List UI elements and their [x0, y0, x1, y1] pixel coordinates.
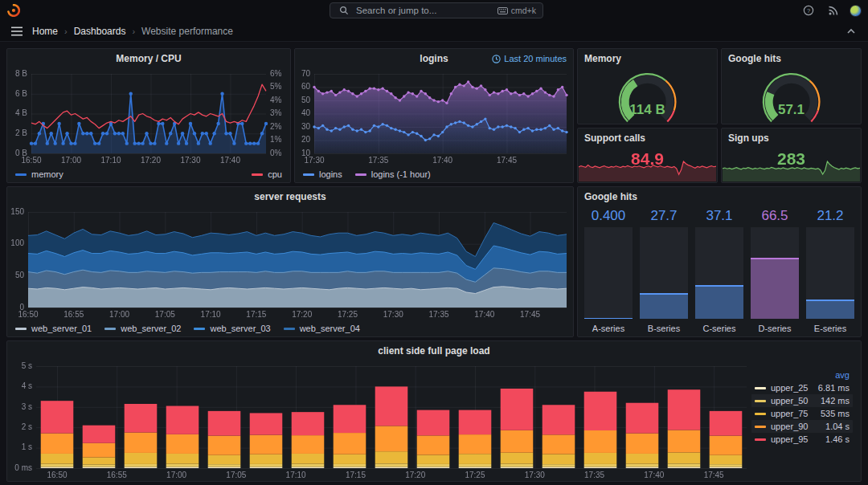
legend-item-memory[interactable]: memory — [15, 169, 63, 179]
legend-swatch — [252, 173, 263, 176]
client-load-chart[interactable] — [7, 361, 751, 481]
keyboard-icon — [497, 7, 508, 14]
dashboard-grid: Memory / CPU memory cpu logins — [0, 42, 868, 485]
legend-swatch — [194, 328, 205, 330]
panel-google-hits-bars: Google hits 0.400 A-series 27.7 B-series… — [577, 186, 862, 337]
clock-icon — [492, 55, 501, 63]
bar-gauge-value: 37.1 — [695, 208, 743, 227]
svg-text:?: ? — [807, 7, 810, 14]
bar-gauge-label: E-series — [806, 319, 854, 333]
client-load-legend: avg upper_25 6.81 ms upper_50 142 ms upp… — [751, 361, 861, 481]
logins-chart[interactable] — [295, 68, 573, 166]
memory-gauge: 114 B — [578, 68, 717, 124]
google-hits-gauge: 57.1 — [722, 68, 861, 124]
bar-gauge-track — [806, 227, 854, 319]
panel-title[interactable]: Memory — [578, 49, 717, 68]
bar-gauge-value: 21.2 — [806, 208, 854, 227]
legend-swatch — [303, 173, 314, 176]
legend-swatch — [15, 173, 27, 176]
gauge-value: 57.1 — [722, 102, 861, 118]
legend-item-upper-95[interactable]: upper_95 1.46 s — [751, 433, 853, 446]
legend-item-web-server-04[interactable]: web_server_04 — [284, 324, 360, 333]
bar-gauge-label: A-series — [584, 319, 633, 333]
breadcrumb-home[interactable]: Home — [32, 26, 58, 37]
legend-swatch — [755, 400, 766, 402]
top-nav: Search or jump to... cmd+k ? — [0, 0, 868, 21]
breadcrumb-current: Website performance — [141, 26, 233, 37]
legend-swatch — [104, 328, 116, 330]
panel-title[interactable]: Support calls — [578, 128, 717, 148]
legend-item-upper-50[interactable]: upper_50 142 ms — [751, 394, 853, 407]
breadcrumb: Home › Dashboards › Website performance — [32, 26, 233, 37]
panel-title[interactable]: Memory / CPU — [7, 49, 290, 68]
grafana-screen: Search or jump to... cmd+k ? Home › Dash… — [0, 0, 868, 485]
legend-item-web-server-03[interactable]: web_server_03 — [194, 324, 270, 333]
gauge-value: 114 B — [578, 102, 717, 118]
legend-item-web-server-02[interactable]: web_server_02 — [104, 324, 181, 333]
help-icon[interactable]: ? — [801, 3, 816, 18]
bar-gauge-label: D-series — [751, 319, 799, 333]
user-avatar[interactable] — [850, 5, 862, 17]
menu-hamburger-icon[interactable] — [10, 24, 24, 39]
chevron-right-icon: › — [64, 26, 68, 36]
bar-gauge-col-a[interactable]: 0.400 A-series — [584, 208, 633, 333]
bar-gauge-col-b[interactable]: 27.7 B-series — [640, 208, 688, 333]
time-range-link[interactable]: Last 20 minutes — [492, 49, 567, 68]
bar-gauge-col-d[interactable]: 66.5 D-series — [751, 208, 799, 333]
legend-item-upper-90[interactable]: upper_90 1.04 s — [751, 420, 853, 433]
bar-gauge-track — [695, 227, 743, 319]
breadcrumb-bar: Home › Dashboards › Website performance — [0, 21, 868, 42]
legend-swatch — [755, 387, 766, 389]
bar-gauge-track — [584, 227, 633, 319]
legend-item-web-server-01[interactable]: web_server_01 — [15, 324, 92, 333]
memory-cpu-chart[interactable] — [7, 68, 290, 166]
panel-memory-gauge: Memory 114 B — [577, 48, 718, 124]
search-placeholder: Search or jump to... — [356, 6, 493, 15]
breadcrumb-dashboards[interactable]: Dashboards — [74, 26, 126, 37]
news-rss-icon[interactable] — [825, 3, 840, 18]
panel-sign-ups: Sign ups 283 — [721, 128, 862, 183]
panel-memory-cpu: Memory / CPU memory cpu — [6, 48, 291, 183]
panel-title[interactable]: client side full page load — [7, 341, 861, 361]
bar-gauge-value: 0.400 — [584, 208, 633, 227]
bar-gauge-label: B-series — [640, 319, 688, 333]
bar-gauge-track — [751, 227, 799, 319]
panel-title[interactable]: Google hits — [578, 187, 861, 206]
bar-gauge-label: C-series — [695, 319, 743, 333]
legend-item-logins-1-hour[interactable]: logins (-1 hour) — [355, 169, 431, 179]
bar-gauge: 0.400 A-series 27.7 B-series 37.1 C-seri… — [578, 206, 861, 336]
panel-logins: logins Last 20 minutes logins logins (-1… — [294, 48, 574, 183]
panel-support-calls: Support calls 84.9 — [577, 128, 718, 183]
legend-swatch — [755, 438, 766, 441]
legend-item-upper-75[interactable]: upper_75 535 ms — [751, 407, 853, 420]
top-nav-right: ? — [801, 0, 862, 21]
bar-gauge-col-c[interactable]: 37.1 C-series — [695, 208, 743, 333]
legend-header-avg[interactable]: avg — [751, 369, 853, 381]
bar-gauge-value: 27.7 — [640, 208, 688, 227]
legend-swatch — [355, 173, 366, 176]
legend-swatch — [755, 426, 766, 428]
legend-item-upper-25[interactable]: upper_25 6.81 ms — [751, 381, 853, 394]
grafana-logo-icon[interactable] — [0, 4, 27, 17]
panel-title[interactable]: Google hits — [722, 49, 861, 68]
legend-swatch — [755, 413, 766, 415]
stat-value: 283 — [722, 149, 861, 169]
bar-gauge-track — [640, 227, 688, 319]
legend-item-logins[interactable]: logins — [303, 169, 342, 179]
server-requests-chart[interactable] — [7, 206, 573, 320]
search-input[interactable]: Search or jump to... cmd+k — [330, 2, 543, 18]
legend-item-cpu[interactable]: cpu — [252, 169, 282, 179]
search-icon — [337, 3, 351, 18]
panel-client-page-load: client side full page load avg upper_25 … — [6, 340, 862, 482]
bar-gauge-col-e[interactable]: 21.2 E-series — [806, 208, 854, 333]
panel-title[interactable]: server requests — [7, 187, 573, 206]
bar-gauge-value: 66.5 — [751, 208, 799, 227]
panel-title[interactable]: logins Last 20 minutes — [295, 49, 573, 68]
panel-title[interactable]: Sign ups — [722, 128, 861, 148]
legend-swatch — [284, 328, 295, 330]
panel-server-requests: server requests web_server_01 web_server… — [6, 186, 574, 337]
collapse-chevron-up-icon[interactable] — [844, 24, 858, 39]
chevron-right-icon: › — [132, 26, 135, 36]
stat-value: 84.9 — [578, 149, 717, 169]
legend-swatch — [15, 328, 27, 330]
